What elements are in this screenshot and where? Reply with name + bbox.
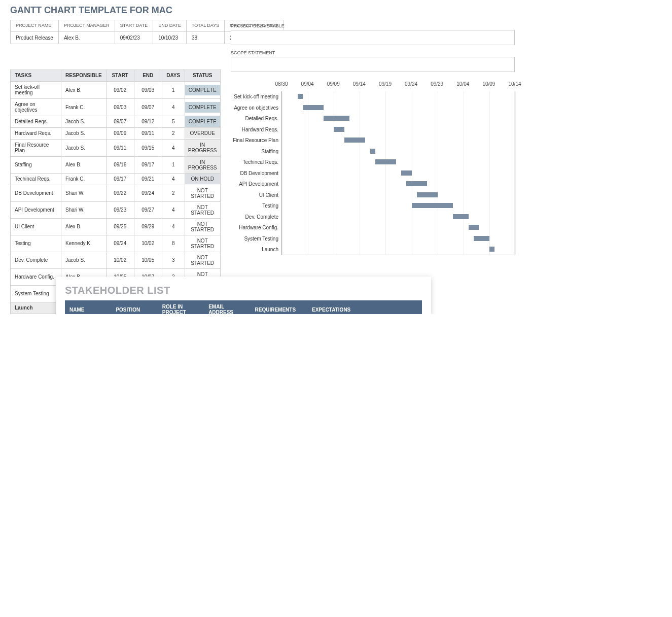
cell[interactable]: 09/03 [134, 81, 162, 98]
cell[interactable]: 4 [162, 218, 185, 235]
cell[interactable]: 09/07 [134, 98, 162, 116]
task-row[interactable]: Detailed Reqs.Jacob S.09/0709/125COMPLET… [11, 116, 221, 127]
cell[interactable]: Agree on objectives [11, 98, 61, 116]
cell[interactable]: Staffing [11, 156, 61, 173]
cell[interactable]: 09/09 [106, 127, 134, 139]
cell[interactable]: Set kick-off meeting [11, 81, 61, 98]
status-cell[interactable]: COMPLETE [185, 81, 220, 98]
info-end[interactable]: 10/10/23 [153, 31, 187, 44]
cell[interactable]: Alex B. [61, 156, 107, 173]
cell[interactable]: Alex B. [61, 81, 107, 98]
task-row[interactable]: Dev. CompleteJacob S.10/0210/053NOT STAR… [11, 252, 221, 268]
cell[interactable]: 09/11 [134, 127, 162, 139]
cell[interactable]: 09/25 [106, 218, 134, 235]
cell[interactable]: 09/12 [134, 116, 162, 127]
cell[interactable]: 8 [162, 235, 185, 252]
status-cell[interactable]: COMPLETE [185, 98, 220, 116]
cell[interactable]: Jacob S. [61, 116, 107, 127]
deliverable-input[interactable] [231, 30, 515, 45]
status-cell[interactable]: IN PROGRESS [185, 156, 220, 173]
cell[interactable]: System Testing [11, 285, 61, 302]
cell[interactable]: Jacob S. [61, 252, 107, 268]
cell[interactable]: 09/21 [134, 173, 162, 185]
cell[interactable]: 4 [162, 98, 185, 116]
cell[interactable]: Techincal Reqs. [11, 173, 61, 185]
cell[interactable]: Jacob S. [61, 139, 107, 156]
task-row[interactable]: Agree on objectivesFrank C.09/0309/074CO… [11, 98, 221, 116]
cell[interactable]: 1 [162, 156, 185, 173]
status-cell[interactable]: NOT STARTED [185, 252, 220, 268]
info-manager[interactable]: Alex B. [58, 31, 115, 44]
cell[interactable]: 09/27 [134, 201, 162, 218]
cell[interactable]: 2 [162, 185, 185, 201]
task-row[interactable]: Techincal Reqs.Frank C.09/1709/214ON HOL… [11, 173, 221, 185]
gantt-row [282, 212, 514, 223]
cell[interactable]: 4 [162, 201, 185, 218]
cell[interactable]: Shari W. [61, 201, 107, 218]
task-row[interactable]: TestingKennedy K.09/2410/028NOT STARTED [11, 235, 221, 252]
status-cell[interactable]: IN PROGRESS [185, 139, 220, 156]
status-cell[interactable]: COMPLETE [185, 116, 220, 127]
cell[interactable]: 4 [162, 139, 185, 156]
status-cell[interactable]: ON HOLD [185, 173, 220, 185]
cell[interactable]: Launch [11, 302, 61, 314]
task-row[interactable]: Hardward Reqs.Jacob S.09/0909/112OVERDUE [11, 127, 221, 139]
gantt-row-label: Set kick-off meeting [231, 91, 281, 102]
status-cell[interactable]: NOT STARTED [185, 218, 220, 235]
cell[interactable]: 3 [162, 252, 185, 268]
cell[interactable]: 4 [162, 173, 185, 185]
cell[interactable]: 09/03 [106, 98, 134, 116]
cell[interactable]: 1 [162, 81, 185, 98]
cell[interactable]: 10/05 [134, 252, 162, 268]
cell[interactable]: 09/16 [106, 156, 134, 173]
cell[interactable]: DB Development [11, 185, 61, 201]
cell[interactable]: 10/02 [106, 252, 134, 268]
status-cell[interactable]: OVERDUE [185, 127, 220, 139]
task-row[interactable]: StaffingAlex B.09/1609/171IN PROGRESS [11, 156, 221, 173]
cell[interactable]: Testing [11, 235, 61, 252]
cell[interactable]: Frank C. [61, 173, 107, 185]
task-row[interactable]: API DevelopmentShari W.09/2309/274NOT ST… [11, 201, 221, 218]
cell[interactable]: 09/17 [134, 156, 162, 173]
cell[interactable]: Hardward Reqs. [11, 127, 61, 139]
info-days[interactable]: 38 [186, 31, 224, 44]
cell[interactable]: 5 [162, 116, 185, 127]
task-row[interactable]: DB DevelopmentShari W.09/2209/242NOT STA… [11, 185, 221, 201]
task-row[interactable]: UI ClientAlex B.09/2509/294NOT STARTED [11, 218, 221, 235]
cell[interactable]: 09/23 [106, 201, 134, 218]
cell[interactable]: Shari W. [61, 185, 107, 201]
cell[interactable]: 09/24 [106, 235, 134, 252]
cell[interactable]: Dev. Complete [11, 252, 61, 268]
project-deliverable-block: PROJECT DELIVERABLE SCOPE STATEMENT [231, 23, 515, 72]
cell[interactable]: 09/11 [106, 139, 134, 156]
status-cell[interactable]: NOT STARTED [185, 185, 220, 201]
axis-tick: 10/14 [508, 81, 521, 87]
cell[interactable]: Alex B. [61, 218, 107, 235]
status-cell[interactable]: NOT STARTED [185, 201, 220, 218]
cell[interactable]: UI Client [11, 218, 61, 235]
cell[interactable]: Detailed Reqs. [11, 116, 61, 127]
info-h-name: PROJECT NAME [11, 20, 59, 32]
cell[interactable]: 10/02 [134, 235, 162, 252]
cell[interactable]: API Development [11, 201, 61, 218]
cell[interactable]: 09/02 [106, 81, 134, 98]
cell[interactable]: 09/17 [106, 173, 134, 185]
info-name[interactable]: Product Release [11, 31, 59, 44]
task-row[interactable]: Final Resource PlanJacob S.09/1109/154IN… [11, 139, 221, 156]
status-cell[interactable]: NOT STARTED [185, 235, 220, 252]
cell[interactable]: 09/07 [106, 116, 134, 127]
info-start[interactable]: 09/02/23 [115, 31, 153, 44]
scope-input[interactable] [231, 57, 515, 72]
cell[interactable]: 2 [162, 127, 185, 139]
status-badge: NOT STARTED [185, 219, 220, 235]
cell[interactable]: 09/22 [106, 185, 134, 201]
task-row[interactable]: Set kick-off meetingAlex B.09/0209/031CO… [11, 81, 221, 98]
cell[interactable]: 09/15 [134, 139, 162, 156]
cell[interactable]: Hardware Config. [11, 268, 61, 285]
cell[interactable]: Final Resource Plan [11, 139, 61, 156]
cell[interactable]: Kennedy K. [61, 235, 107, 252]
cell[interactable]: 09/29 [134, 218, 162, 235]
cell[interactable]: Frank C. [61, 98, 107, 116]
cell[interactable]: Jacob S. [61, 127, 107, 139]
cell[interactable]: 09/24 [134, 185, 162, 201]
